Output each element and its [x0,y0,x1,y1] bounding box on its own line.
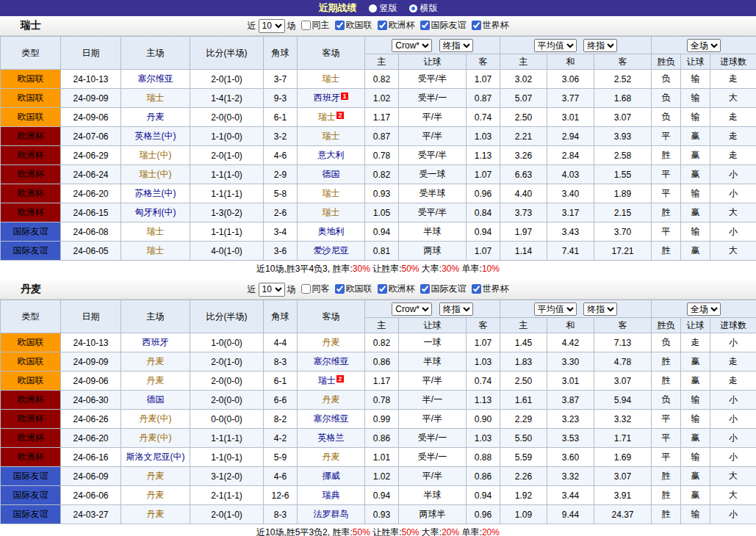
match-score[interactable]: 1-1(1-1) [190,184,264,203]
games-count-select[interactable]: 10 [259,283,285,297]
avg-away: 3.07 [594,108,652,127]
filter-checkbox-4[interactable]: 世界杯 [472,19,509,32]
odds-company-select[interactable]: Crow* [392,39,432,52]
filter-checkbox-3[interactable]: 国际友谊 [420,283,467,295]
away-team[interactable]: 瑞典 [298,486,365,505]
away-team[interactable]: 丹麦 [298,448,365,467]
away-team[interactable]: 丹麦 [298,333,365,352]
odds-stage-select[interactable]: 终指 [439,303,473,316]
checkbox-input[interactable] [335,284,345,294]
filter-checkbox-2[interactable]: 欧洲杯 [378,19,415,32]
avg-select[interactable]: 平均值 [534,39,577,52]
away-team[interactable]: 意大利 [298,146,365,165]
home-team[interactable]: 丹麦 [121,486,190,505]
games-count-select[interactable]: 10 [259,19,285,33]
fulltime-select[interactable]: 全场 [687,303,721,316]
filter-checkbox-0[interactable]: 同主 [301,19,330,32]
away-team[interactable]: 塞尔维亚 [298,352,365,372]
odds-company-select[interactable]: Crow* [392,303,432,316]
away-team[interactable]: 挪威 [298,467,365,486]
away-team[interactable]: 瑞士 [298,203,365,222]
checkbox-input[interactable] [472,284,481,294]
avg-stage-select[interactable]: 终指 [583,303,617,316]
checkbox-input[interactable] [420,284,430,294]
match-score[interactable]: 2-1(1-1) [190,486,264,505]
match-score[interactable]: 1-1(1-0) [190,165,264,184]
home-team[interactable]: 瑞士 [121,89,190,108]
home-team[interactable]: 英格兰(中) [121,127,190,146]
checkbox-input[interactable] [378,21,387,30]
home-team[interactable]: 丹麦 [121,108,190,127]
radio-icon[interactable] [409,4,417,12]
away-team[interactable]: 瑞士 [298,184,365,203]
home-team[interactable]: 匈牙利(中) [121,203,190,222]
away-team[interactable]: 德国 [298,165,365,184]
checkbox-input[interactable] [472,21,481,30]
match-score[interactable]: 4-0(1-0) [190,242,264,261]
home-team[interactable]: 瑞士 [121,222,190,242]
away-team[interactable]: 奥地利 [298,222,365,242]
odds-stage-select[interactable]: 终指 [439,39,473,52]
filter-checkbox-1[interactable]: 欧国联 [335,19,372,32]
away-team[interactable]: 丹麦 [298,391,365,410]
home-team[interactable]: 丹麦 [121,467,190,486]
match-score[interactable]: 1-1(0-0) [190,127,264,146]
match-score[interactable]: 2-0(1-0) [190,70,264,89]
match-score[interactable]: 2-0(1-0) [190,352,264,372]
filter-checkbox-0[interactable]: 同客 [301,283,330,295]
home-team[interactable]: 丹麦(中) [121,410,190,429]
away-team[interactable]: 塞尔维亚 [298,410,365,429]
filter-checkbox-4[interactable]: 世界杯 [472,283,509,295]
match-score[interactable]: 2-0(1-0) [190,505,264,524]
away-team[interactable]: 英格兰 [298,429,365,448]
filter-checkbox-1[interactable]: 欧国联 [335,283,372,295]
home-team[interactable]: 丹麦(中) [121,429,190,448]
away-team[interactable]: 西班牙1 [298,89,365,108]
match-score[interactable]: 1-1(1-1) [190,222,264,242]
match-score[interactable]: 1-0(0-0) [190,333,264,352]
radio-label[interactable]: 横版 [420,2,438,15]
match-score[interactable]: 2-0(0-0) [190,108,264,127]
checkbox-input[interactable] [301,284,311,294]
avg-select[interactable]: 平均值 [534,303,577,316]
match-score[interactable]: 1-1(0-1) [190,448,264,467]
home-team[interactable]: 塞尔维亚 [121,70,190,89]
home-team[interactable]: 西班牙 [121,333,190,352]
match-score[interactable]: 0-0(0-0) [190,410,264,429]
away-team[interactable]: 瑞士 [298,127,365,146]
match-score[interactable]: 2-0(1-0) [190,146,264,165]
team-section: 丹麦 近 10 场 同客欧国联欧洲杯国际友谊世界杯 类型 日期 主场 比分(半场… [0,280,756,536]
home-team[interactable]: 瑞士(中) [121,146,190,165]
match-score[interactable]: 3-1(2-0) [190,467,264,486]
radio-icon[interactable] [369,4,377,12]
match-score[interactable]: 1-4(1-2) [190,89,264,108]
away-team[interactable]: 瑞士 [298,70,365,89]
radio-label[interactable]: 竖版 [380,2,397,15]
checkbox-input[interactable] [378,284,387,294]
match-score[interactable]: 2-0(0-0) [190,391,264,410]
fulltime-select[interactable]: 全场 [687,39,721,52]
home-team[interactable]: 德国 [121,391,190,410]
home-team[interactable]: 苏格兰(中) [121,184,190,203]
checkbox-input[interactable] [301,21,311,30]
checkbox-input[interactable] [420,21,430,30]
layout-horizontal-radio[interactable]: 横版 [409,2,438,15]
checkbox-input[interactable] [335,21,345,30]
match-score[interactable]: 1-3(0-2) [190,203,264,222]
home-team[interactable]: 瑞士(中) [121,165,190,184]
home-team[interactable]: 丹麦 [121,352,190,372]
filter-checkbox-3[interactable]: 国际友谊 [420,19,467,32]
away-team[interactable]: 爱沙尼亚 [298,242,365,261]
filter-checkbox-2[interactable]: 欧洲杯 [378,283,415,295]
away-team[interactable]: 瑞士2 [298,372,365,391]
layout-vertical-radio[interactable]: 竖版 [369,2,397,15]
home-team[interactable]: 斯洛文尼亚(中) [121,448,190,467]
home-team[interactable]: 丹麦 [121,372,190,391]
match-score[interactable]: 2-0(0-0) [190,372,264,391]
match-score[interactable]: 1-1(1-1) [190,429,264,448]
avg-stage-select[interactable]: 终指 [583,39,617,52]
away-team[interactable]: 瑞士2 [298,108,365,127]
home-team[interactable]: 瑞士 [121,242,190,261]
away-team[interactable]: 法罗群岛 [298,505,365,524]
home-team[interactable]: 丹麦 [121,505,190,524]
